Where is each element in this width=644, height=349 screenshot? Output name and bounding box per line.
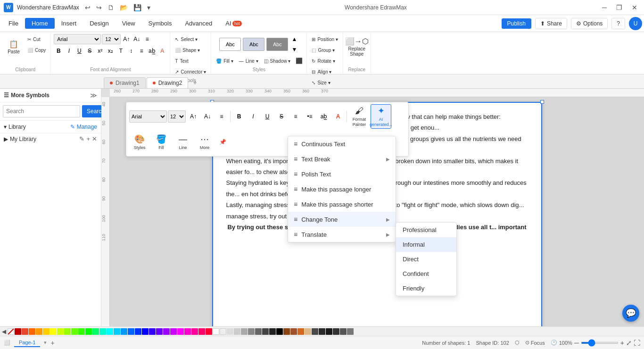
color-swatch-9[interactable] [71,328,78,335]
zoom-out-btn[interactable]: ─ [574,339,579,347]
float-align-btn[interactable]: ≡ [215,110,228,123]
color-swatch-31[interactable] [227,328,233,335]
fullscreen-btn[interactable]: ⛶ [634,339,640,347]
float-format-painter-btn[interactable]: 🖌 FormatPainter [349,104,370,129]
color-swatch-45[interactable] [326,328,332,335]
ctx-change-tone[interactable]: ≡ Change Tone ▶ [288,212,396,227]
menu-insert[interactable]: Insert [55,18,83,29]
select-btn[interactable]: ↖ Select ▾ [173,34,208,44]
color-swatch-38[interactable] [276,328,283,335]
ctx-polish-text[interactable]: ≡ Polish Text [288,166,396,182]
color-swatch-35[interactable] [255,328,262,335]
manage-link[interactable]: ✎ Manage [70,124,97,130]
color-swatch-16[interactable] [121,328,127,335]
layers-btn[interactable]: ⬡ [515,340,520,346]
ctx-translate[interactable]: ≡ Translate ▶ [288,227,396,242]
float-color-btn[interactable]: A [331,110,345,123]
color-swatch-43[interactable] [312,328,318,335]
color-swatch-3[interactable] [29,328,35,335]
color-swatch-34[interactable] [248,328,255,335]
color-swatch-12[interactable] [92,328,99,335]
list-btn[interactable]: ≡ [137,46,146,56]
float-fill-btn[interactable]: 🪣 Fill [151,130,172,154]
user-avatar[interactable]: U [629,17,642,30]
zoom-in-btn[interactable]: + [620,339,624,347]
library-close-btn[interactable]: ✕ [92,135,97,142]
strikethrough-btn[interactable]: S [85,46,94,56]
menu-advanced[interactable]: Advanced [178,18,219,29]
color-swatch-37[interactable] [269,328,276,335]
menu-symbols[interactable]: Symbols [142,18,179,29]
color-swatch-26[interactable] [191,328,198,335]
share-btn[interactable]: ⬆ Share [535,18,567,29]
page-view-icon[interactable]: ⬜ [4,340,10,346]
increase-font-btn[interactable]: A↑ [122,34,131,44]
style-btn-3[interactable]: Abc [266,38,288,51]
align-r-btn[interactable]: ⊟ Align ▾ [310,66,339,77]
cut-btn[interactable]: ✂ Cut [25,34,48,44]
float-increase-font-btn[interactable]: A↑ [187,110,200,123]
color-swatch-13[interactable] [99,328,106,335]
tone-informal[interactable]: Informal [396,237,456,252]
zoom-slider[interactable] [581,342,619,344]
paste-btn[interactable]: 📋 Paste [3,34,25,60]
color-swatch-14[interactable] [107,328,113,335]
tone-confident[interactable]: Confident [396,266,456,281]
float-size-select[interactable]: 12 [168,110,186,123]
search-input[interactable] [3,105,80,117]
maximize-btn[interactable]: ❐ [613,3,625,12]
float-more-btn[interactable]: ⋯ More [194,130,215,154]
open-btn[interactable]: 📂 [118,3,130,12]
font-color-btn[interactable]: A [157,46,167,56]
undo-btn[interactable]: ↩ [83,3,92,12]
style-btn-1[interactable]: Abc [219,38,241,51]
float-ol-btn[interactable]: ≡ [289,110,302,123]
color-swatch-41[interactable] [297,328,304,335]
more-quick-btn[interactable]: ▾ [145,3,152,12]
ctx-continuous-text[interactable]: ≡ Continuous Text [288,136,396,151]
float-decrease-font-btn[interactable]: A↓ [201,110,214,123]
add-page-btn[interactable]: + [50,339,54,347]
color-swatch-36[interactable] [262,328,269,335]
my-library-label[interactable]: ▶ My Library [4,136,36,142]
color-swatch-19[interactable] [142,328,149,335]
align-btn-r[interactable]: ≡ [142,34,152,44]
options-btn[interactable]: ⚙ Options [571,18,608,29]
library-edit-btn[interactable]: ✎ [79,135,84,142]
color-swatch-28[interactable] [206,328,212,335]
color-swatch-6[interactable] [50,328,57,335]
color-swatch-29[interactable] [213,328,219,335]
menu-ai[interactable]: AI hot [219,18,248,29]
styles-up-btn[interactable]: ▲ [289,34,299,44]
close-btn[interactable]: ✕ [629,3,640,12]
styles-expand-btn[interactable]: ⬛ [294,56,304,66]
color-swatch-48[interactable] [347,328,354,335]
menu-view[interactable]: View [116,18,142,29]
shadow-btn[interactable]: ◫ Shadow ▾ [262,56,293,66]
tone-friendly[interactable]: Friendly [396,281,456,296]
bold-btn[interactable]: B [54,46,63,56]
italic-btn[interactable]: I [64,46,74,56]
focus-btn[interactable]: ⊙ Focus [525,340,545,346]
group-btn[interactable]: ⬚ Group ▾ [310,45,339,55]
float-line-btn[interactable]: — Line [173,130,193,154]
highlight-btn[interactable]: ab̲ [147,46,157,56]
text-btn[interactable]: T Text [173,56,208,66]
float-underline-btn[interactable]: U [261,110,274,123]
page-dropdown-icon[interactable]: ▾ [44,340,47,346]
color-bar-arrow-left[interactable]: ◀ [2,328,6,335]
tone-direct[interactable]: Direct [396,252,456,266]
size-r-btn[interactable]: ⤡ Size ▾ [310,77,339,88]
color-swatch-8[interactable] [64,328,71,335]
color-swatch-5[interactable] [43,328,50,335]
font-size-select[interactable]: 12 [102,34,121,44]
help-btn[interactable]: ? [611,18,625,29]
fill-btn[interactable]: 🪣 Fill ▾ [214,56,235,66]
ctx-text-break[interactable]: ≡ Text Break ▶ [288,151,396,166]
color-swatch-4[interactable] [36,328,42,335]
color-swatch-33[interactable] [241,328,248,335]
float-styles-btn[interactable]: 🎨 Styles [129,130,150,154]
page-tab-bottom[interactable]: Page-1 [14,339,40,347]
color-swatch-40[interactable] [290,328,297,335]
underline-btn[interactable]: U [74,46,84,56]
